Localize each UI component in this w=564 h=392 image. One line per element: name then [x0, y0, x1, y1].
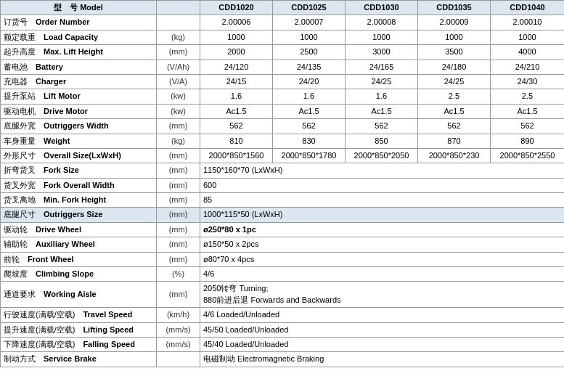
row-data-cell: 2.5 — [418, 89, 491, 104]
row-unit — [157, 352, 200, 367]
table-row: 制动方式 Service Brake电磁制动 Electromagnetic B… — [1, 352, 565, 367]
row-unit: (mm) — [157, 237, 200, 252]
row-data-cell: 1000 — [491, 30, 565, 44]
row-data-cell: Ac1.5 — [346, 104, 418, 118]
row-span-value: 电磁制动 Electromagnetic Braking — [200, 352, 565, 367]
row-data-cell: Ac1.5 — [418, 104, 491, 118]
row-unit: (mm) — [157, 148, 200, 163]
col-header-2: CDD1030 — [346, 1, 418, 15]
row-data-cell: 2.00010 — [491, 15, 565, 30]
row-unit: (mm) — [157, 222, 200, 237]
table-row: 爬坡度 Climbing Slope(%)4/6 — [1, 267, 565, 282]
row-unit: (kg) — [157, 134, 200, 148]
row-label: 起升高度 Max. Lift Height — [1, 45, 157, 60]
row-unit: (mm) — [157, 208, 200, 222]
row-data-cell: 562 — [491, 119, 565, 134]
table-row: 蓄电池 Battery(V/Ah)24/12024/13524/16524/18… — [1, 60, 565, 74]
row-unit: (mm/s) — [157, 337, 200, 351]
row-data-cell: 2000*850*1560 — [200, 148, 273, 163]
row-data-cell: 2.00009 — [418, 15, 491, 30]
row-label: 前轮 Front Wheel — [1, 252, 157, 266]
row-data-cell: 830 — [273, 134, 346, 148]
row-unit: (mm) — [157, 119, 200, 134]
row-label: 制动方式 Service Brake — [1, 352, 157, 367]
row-span-value: 2050转弯 Turning;880前进后退 Forwards and Back… — [200, 282, 565, 308]
row-data-cell: 870 — [418, 134, 491, 148]
row-label: 底腿尺寸 Outriggers Size — [1, 208, 157, 222]
row-span-value: 4/6 — [200, 267, 565, 282]
row-unit: (mm) — [157, 193, 200, 208]
row-data-cell: 3000 — [346, 45, 418, 60]
row-span-value: 1000*115*50 (LxWxH) — [200, 208, 565, 222]
row-data-cell: 24/135 — [273, 60, 346, 74]
row-span-value: 45/40 Loaded/Unloaded — [200, 337, 565, 351]
row-data-cell: 562 — [346, 119, 418, 134]
row-label: 折弯货叉 Fork Size — [1, 163, 157, 178]
row-data-cell: 1000 — [346, 30, 418, 44]
model-header: 型 号 Model — [1, 1, 157, 15]
row-data-cell: 24/20 — [273, 74, 346, 89]
row-label: 蓄电池 Battery — [1, 60, 157, 74]
row-unit: (mm) — [157, 163, 200, 178]
row-span-value: 45/50 Loaded/Unloaded — [200, 322, 565, 337]
row-label: 行驶速度(满载/空载) Travel Speed — [1, 308, 157, 322]
table-row: 货叉外宽 Fork Overall Width(mm)600 — [1, 178, 565, 192]
table-row: 起升高度 Max. Lift Height(mm)200025003000350… — [1, 45, 565, 60]
row-data-cell: 2000*850*1780 — [273, 148, 346, 163]
row-data-cell: Ac1.5 — [200, 104, 273, 118]
table-row: 折弯货叉 Fork Size(mm)1150*160*70 (LxWxH) — [1, 163, 565, 178]
row-data-cell: 24/30 — [491, 74, 565, 89]
table-row: 下降速度(满载/空载) Falling Speed(mm/s)45/40 Loa… — [1, 337, 565, 351]
row-data-cell: 2.00006 — [200, 15, 273, 30]
table-row: 充电器 Charger(V/A)24/1524/2024/2524/2524/3… — [1, 74, 565, 89]
row-label: 提升速度(满载/空载) Lifting Speed — [1, 322, 157, 337]
row-data-cell: 24/210 — [491, 60, 565, 74]
row-data-cell: 2.00007 — [273, 15, 346, 30]
row-label: 驱动电机 Drive Motor — [1, 104, 157, 118]
table-row: 通道要求 Working Aisle(mm)2050转弯 Turning;880… — [1, 282, 565, 308]
row-label: 爬坡度 Climbing Slope — [1, 267, 157, 282]
row-data-cell: Ac1.5 — [491, 104, 565, 118]
row-span-value: ø250*80 x 1pc — [200, 222, 565, 237]
row-data-cell: 1000 — [273, 30, 346, 44]
row-unit: (kg) — [157, 30, 200, 44]
row-unit: (%) — [157, 267, 200, 282]
row-unit: (mm) — [157, 252, 200, 266]
row-label: 订货号 Order Number — [1, 15, 157, 30]
table-header-row: 型 号 Model CDD1020 CDD1025 CDD1030 CDD103… — [1, 1, 565, 15]
col-header-3: CDD1035 — [418, 1, 491, 15]
row-label: 货叉离地 Min. Fork Height — [1, 193, 157, 208]
row-label: 外形尺寸 Overall Size(LxWxH) — [1, 148, 157, 163]
row-data-cell: 1.6 — [200, 89, 273, 104]
row-data-cell: 24/180 — [418, 60, 491, 74]
row-data-cell: 24/15 — [200, 74, 273, 89]
table-row: 订货号 Order Number2.000062.000072.000082.0… — [1, 15, 565, 30]
row-label: 额定载重 Load Capacity — [1, 30, 157, 44]
row-data-cell: 2000*850*230 — [418, 148, 491, 163]
table-row: 车身重量 Weight(kg)810830850870890 — [1, 134, 565, 148]
row-data-cell: 3500 — [418, 45, 491, 60]
row-data-cell: 2000*850*2050 — [346, 148, 418, 163]
row-unit: (mm) — [157, 45, 200, 60]
row-data-cell: 2.5 — [491, 89, 565, 104]
table-row: 提升速度(满载/空载) Lifting Speed(mm/s)45/50 Loa… — [1, 322, 565, 337]
row-data-cell: 562 — [418, 119, 491, 134]
row-unit: (kw) — [157, 104, 200, 118]
row-span-value: ø150*50 x 2pcs — [200, 237, 565, 252]
row-label: 提升泵站 Lift Motor — [1, 89, 157, 104]
row-label: 通道要求 Working Aisle — [1, 282, 157, 308]
table-row: 货叉离地 Min. Fork Height(mm)85 — [1, 193, 565, 208]
table-row: 行驶速度(满载/空载) Travel Speed(km/h)4/6 Loaded… — [1, 308, 565, 322]
row-unit: (mm) — [157, 178, 200, 192]
row-unit: (mm/s) — [157, 322, 200, 337]
row-data-cell: 890 — [491, 134, 565, 148]
table-row: 底腿外宽 Outriggers Width(mm)562562562562562 — [1, 119, 565, 134]
table-row: 驱动轮 Drive Wheel(mm)ø250*80 x 1pc — [1, 222, 565, 237]
row-data-cell: 850 — [346, 134, 418, 148]
row-label: 货叉外宽 Fork Overall Width — [1, 178, 157, 192]
row-data-cell: Ac1.5 — [273, 104, 346, 118]
row-span-value: ø80*70 x 4pcs — [200, 252, 565, 266]
row-data-cell: 24/25 — [418, 74, 491, 89]
row-span-value: 4/6 Loaded/Unloaded — [200, 308, 565, 322]
row-span-value: 600 — [200, 178, 565, 192]
